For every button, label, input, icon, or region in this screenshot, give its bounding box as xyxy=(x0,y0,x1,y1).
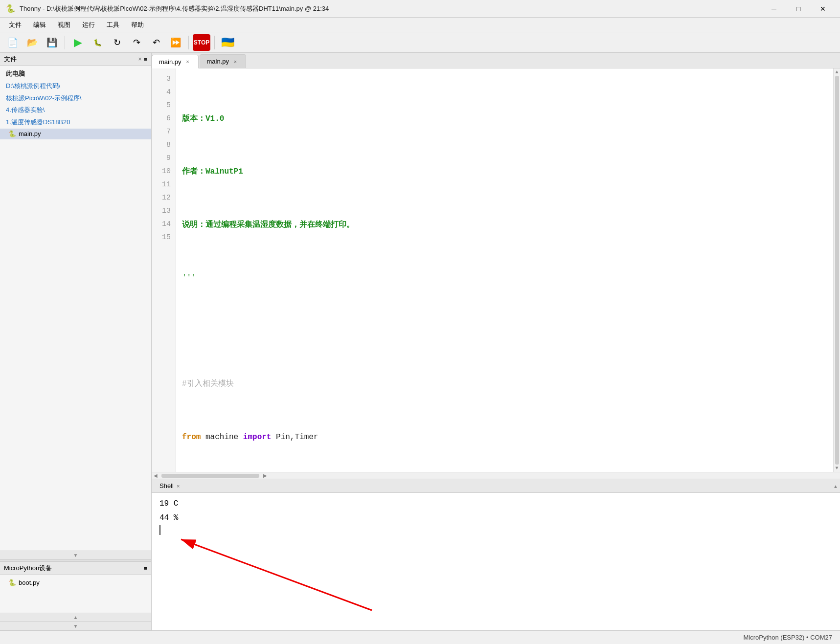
toolbar-separator-2 xyxy=(188,36,189,49)
editor-scrollbar[interactable]: ▲ ▼ xyxy=(833,68,840,472)
status-bar: MicroPython (ESP32) • COM27 xyxy=(0,630,840,644)
line-num-6: 6 xyxy=(152,112,176,125)
tree-item-path2[interactable]: 核桃派PicoW\02-示例程序\ xyxy=(0,92,151,105)
menu-help[interactable]: 帮助 xyxy=(126,20,149,30)
svg-line-1 xyxy=(181,539,372,610)
minimize-button[interactable]: ─ xyxy=(763,1,785,16)
code-line-6: ''' xyxy=(182,271,827,285)
app-logo-icon: 🐍 xyxy=(6,4,16,13)
line-numbers: 3 4 5 6 7 8 9 10 11 12 13 14 15 xyxy=(152,68,176,472)
file-section-header: 文件 × ≡ xyxy=(0,53,151,66)
tab-main-py-1[interactable]: main.py × xyxy=(152,55,199,68)
shell-tab-label: Shell xyxy=(159,482,174,489)
line-num-9: 9 xyxy=(152,152,176,165)
sidebar-scroll-down-btn[interactable]: ▼ xyxy=(0,551,151,559)
tab-label-2: main.py xyxy=(207,58,229,65)
tree-item-path4[interactable]: 1.温度传感器DS18B20 xyxy=(0,116,151,129)
line-num-10: 10 xyxy=(152,165,176,178)
code-line-5: 说明：通过编程采集温湿度数据，并在终端打印。 xyxy=(182,219,827,232)
menu-run[interactable]: 运行 xyxy=(77,20,100,30)
device-header-icons: ≡ xyxy=(143,565,147,572)
step-over-btn[interactable]: ↻ xyxy=(108,34,126,51)
file-section-title: 文件 xyxy=(4,55,17,64)
new-file-btn[interactable]: 📄 xyxy=(4,34,22,51)
menu-edit[interactable]: 编辑 xyxy=(28,20,51,30)
shell-content[interactable]: 19 C 44 % xyxy=(152,493,840,630)
toolbar-separator-3 xyxy=(214,36,215,49)
resume-btn[interactable]: ⏩ xyxy=(167,34,184,51)
main-layout: 文件 × ≡ 此电脑 D:\核桃派例程代码\ 核桃派PicoW\02-示例程序\… xyxy=(0,53,840,630)
tree-item-this-pc[interactable]: 此电脑 xyxy=(0,68,151,80)
code-line-7 xyxy=(182,325,827,338)
shell-cursor xyxy=(159,525,160,535)
tree-item-path1[interactable]: D:\核桃派例程代码\ xyxy=(0,80,151,92)
file-header-icons: × ≡ xyxy=(138,56,147,63)
tab-close-1[interactable]: × xyxy=(184,58,191,65)
flag-btn[interactable]: 🇺🇦 xyxy=(219,34,236,51)
tab-label-1: main.py xyxy=(159,58,182,66)
debug-btn[interactable]: 🐛 xyxy=(89,34,106,51)
code-content[interactable]: 版本：V1.0 作者：WalnutPi 说明：通过编程采集温湿度数据，并在终端打… xyxy=(176,68,833,472)
menu-bar: 文件 编辑 视图 运行 工具 帮助 xyxy=(0,18,840,32)
tab-main-py-2[interactable]: main.py × xyxy=(200,54,247,68)
close-button[interactable]: ✕ xyxy=(812,1,834,16)
tab-close-2[interactable]: × xyxy=(232,58,239,65)
scroll-down-arrow[interactable]: ▼ xyxy=(835,466,838,471)
device-python-file-icon: 🐍 xyxy=(8,578,17,587)
scroll-thumb[interactable] xyxy=(835,76,839,465)
shell-scroll-up-arrow[interactable]: ▲ xyxy=(833,482,838,489)
file-name-main: main.py xyxy=(19,130,41,137)
editor-hscrollbar[interactable]: ◀ ▶ xyxy=(152,472,840,479)
file-item-main-py[interactable]: 🐍 main.py xyxy=(0,129,151,139)
device-menu-icon[interactable]: ≡ xyxy=(143,565,147,572)
stop-btn[interactable]: STOP xyxy=(193,34,210,51)
code-line-8: #引入相关模块 xyxy=(182,378,827,391)
line-num-11: 11 xyxy=(152,178,176,191)
shell-tab[interactable]: Shell × xyxy=(154,481,185,490)
window-controls: ─ □ ✕ xyxy=(763,1,834,16)
menu-view[interactable]: 视图 xyxy=(53,20,75,30)
save-file-btn[interactable]: 💾 xyxy=(43,34,61,51)
scroll-up-arrow[interactable]: ▲ xyxy=(835,69,838,75)
sidebar: 文件 × ≡ 此电脑 D:\核桃派例程代码\ 核桃派PicoW\02-示例程序\… xyxy=(0,53,152,630)
hscroll-thumb[interactable] xyxy=(161,474,259,478)
toolbar: 📄 📂 💾 ▶ 🐛 ↻ ↷ ↶ ⏩ STOP 🇺🇦 xyxy=(0,32,840,53)
device-file-name: boot.py xyxy=(19,579,40,586)
hscroll-left-arrow[interactable]: ◀ xyxy=(152,473,159,478)
device-scroll-down-btn[interactable]: ▼ xyxy=(0,622,151,630)
device-file-item-boot[interactable]: 🐍 boot.py xyxy=(0,577,151,588)
shell-tab-close[interactable]: × xyxy=(177,483,180,489)
menu-tools[interactable]: 工具 xyxy=(102,20,124,30)
maximize-button[interactable]: □ xyxy=(787,1,810,16)
menu-icon[interactable]: ≡ xyxy=(143,56,147,63)
toolbar-separator-1 xyxy=(65,36,65,49)
code-line-9: from machine import Pin,Timer xyxy=(182,431,827,444)
line-num-14: 14 xyxy=(152,218,176,231)
file-section: 文件 × ≡ 此电脑 D:\核桃派例程代码\ 核桃派PicoW\02-示例程序\… xyxy=(0,53,151,559)
code-line-3: 版本：V1.0 xyxy=(182,112,827,126)
shell-area: Shell × ▲ 19 C 44 % xyxy=(152,479,840,630)
device-section-title: MicroPython设备 xyxy=(4,564,52,573)
close-tab-icon[interactable]: × xyxy=(138,56,141,63)
step-out-btn[interactable]: ↶ xyxy=(147,34,165,51)
tab-bar: main.py × main.py × xyxy=(152,53,840,68)
code-line-4: 作者：WalnutPi xyxy=(182,165,827,178)
menu-file[interactable]: 文件 xyxy=(4,20,26,30)
line-num-13: 13 xyxy=(152,204,176,218)
run-btn[interactable]: ▶ xyxy=(69,34,87,51)
title-bar: 🐍 Thonny - D:\核桃派例程代码\核桃派PicoW\02-示例程序\4… xyxy=(0,0,840,18)
open-file-btn[interactable]: 📂 xyxy=(23,34,41,51)
step-into-btn[interactable]: ↷ xyxy=(128,34,145,51)
line-num-3: 3 xyxy=(152,72,176,86)
device-scroll-up-btn[interactable]: ▲ xyxy=(0,613,151,622)
hscroll-right-arrow[interactable]: ▶ xyxy=(261,473,269,478)
code-editor[interactable]: 3 4 5 6 7 8 9 10 11 12 13 14 15 版本：V1.0 … xyxy=(152,68,840,472)
line-num-15: 15 xyxy=(152,231,176,244)
device-tree: 🐍 boot.py xyxy=(0,575,151,613)
shell-tab-bar: Shell × ▲ xyxy=(152,479,840,493)
shell-line-2: 44 % xyxy=(159,511,832,525)
tree-item-path3[interactable]: 4.传感器实验\ xyxy=(0,104,151,116)
line-num-4: 4 xyxy=(152,86,176,99)
line-num-7: 7 xyxy=(152,125,176,138)
title-bar-left: 🐍 Thonny - D:\核桃派例程代码\核桃派PicoW\02-示例程序\4… xyxy=(6,4,329,13)
